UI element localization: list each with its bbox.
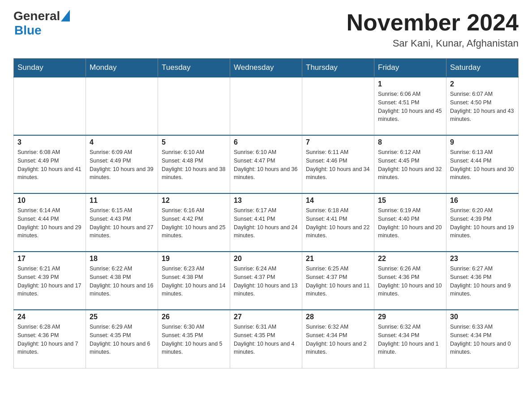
day-info: Sunrise: 6:20 AMSunset: 4:39 PMDaylight:…	[450, 206, 515, 240]
day-info: Sunrise: 6:22 AMSunset: 4:38 PMDaylight:…	[90, 265, 154, 298]
calendar-cell: 12Sunrise: 6:16 AMSunset: 4:42 PMDayligh…	[158, 193, 230, 252]
calendar-cell: 23Sunrise: 6:27 AMSunset: 4:36 PMDayligh…	[446, 252, 519, 310]
week-row-5: 24Sunrise: 6:28 AMSunset: 4:36 PMDayligh…	[14, 310, 519, 368]
logo-triangle-icon	[61, 10, 70, 21]
week-row-1: 1Sunrise: 6:06 AMSunset: 4:51 PMDaylight…	[14, 77, 519, 135]
day-number: 1	[378, 80, 442, 88]
day-number: 17	[17, 255, 82, 263]
week-row-3: 10Sunrise: 6:14 AMSunset: 4:44 PMDayligh…	[14, 193, 519, 252]
logo-general-text: General	[13, 9, 60, 23]
day-info: Sunrise: 6:19 AMSunset: 4:40 PMDaylight:…	[378, 206, 442, 240]
day-number: 27	[234, 313, 298, 321]
day-header-wednesday: Wednesday	[230, 59, 302, 77]
calendar-cell	[302, 77, 374, 135]
calendar-cell: 5Sunrise: 6:10 AMSunset: 4:48 PMDaylight…	[158, 135, 230, 193]
day-info: Sunrise: 6:16 AMSunset: 4:42 PMDaylight:…	[162, 206, 226, 240]
day-info: Sunrise: 6:13 AMSunset: 4:44 PMDaylight:…	[450, 148, 515, 182]
calendar-cell: 24Sunrise: 6:28 AMSunset: 4:36 PMDayligh…	[14, 310, 86, 368]
location-text: Sar Kani, Kunar, Afghanistan	[347, 38, 519, 49]
calendar-cell: 16Sunrise: 6:20 AMSunset: 4:39 PMDayligh…	[446, 193, 519, 252]
day-number: 8	[378, 138, 442, 146]
day-number: 14	[306, 197, 370, 205]
day-number: 5	[162, 138, 226, 146]
day-number: 30	[450, 313, 515, 321]
day-number: 15	[378, 197, 442, 205]
logo: General Blue	[13, 9, 70, 38]
day-info: Sunrise: 6:09 AMSunset: 4:49 PMDaylight:…	[90, 148, 154, 182]
calendar-header-row: SundayMondayTuesdayWednesdayThursdayFrid…	[14, 59, 519, 77]
day-number: 12	[162, 197, 226, 205]
calendar-cell: 22Sunrise: 6:26 AMSunset: 4:36 PMDayligh…	[374, 252, 446, 310]
day-info: Sunrise: 6:14 AMSunset: 4:44 PMDaylight:…	[17, 206, 82, 240]
calendar-cell: 14Sunrise: 6:18 AMSunset: 4:41 PMDayligh…	[302, 193, 374, 252]
calendar-cell: 10Sunrise: 6:14 AMSunset: 4:44 PMDayligh…	[14, 193, 86, 252]
day-number: 3	[17, 138, 82, 146]
day-header-tuesday: Tuesday	[158, 59, 230, 77]
day-info: Sunrise: 6:12 AMSunset: 4:45 PMDaylight:…	[378, 148, 442, 182]
day-number: 28	[306, 313, 370, 321]
calendar-table: SundayMondayTuesdayWednesdayThursdayFrid…	[13, 58, 519, 368]
day-number: 24	[17, 313, 82, 321]
day-number: 16	[450, 197, 515, 205]
calendar-cell: 3Sunrise: 6:08 AMSunset: 4:49 PMDaylight…	[14, 135, 86, 193]
calendar-cell	[230, 77, 302, 135]
day-info: Sunrise: 6:23 AMSunset: 4:38 PMDaylight:…	[162, 265, 226, 298]
calendar-cell: 26Sunrise: 6:30 AMSunset: 4:35 PMDayligh…	[158, 310, 230, 368]
page-header: General Blue November 2024 Sar Kani, Kun…	[13, 9, 519, 49]
day-number: 20	[234, 255, 298, 263]
day-info: Sunrise: 6:33 AMSunset: 4:34 PMDaylight:…	[450, 323, 515, 356]
day-info: Sunrise: 6:08 AMSunset: 4:49 PMDaylight:…	[17, 148, 82, 182]
day-number: 18	[90, 255, 154, 263]
day-info: Sunrise: 6:27 AMSunset: 4:36 PMDaylight:…	[450, 265, 515, 298]
svg-marker-0	[61, 10, 70, 21]
calendar-cell: 18Sunrise: 6:22 AMSunset: 4:38 PMDayligh…	[86, 252, 158, 310]
day-info: Sunrise: 6:30 AMSunset: 4:35 PMDaylight:…	[162, 323, 226, 356]
day-header-saturday: Saturday	[446, 59, 519, 77]
day-info: Sunrise: 6:18 AMSunset: 4:41 PMDaylight:…	[306, 206, 370, 240]
calendar-cell: 1Sunrise: 6:06 AMSunset: 4:51 PMDaylight…	[374, 77, 446, 135]
calendar-cell: 17Sunrise: 6:21 AMSunset: 4:39 PMDayligh…	[14, 252, 86, 310]
calendar-cell: 7Sunrise: 6:11 AMSunset: 4:46 PMDaylight…	[302, 135, 374, 193]
day-number: 7	[306, 138, 370, 146]
day-info: Sunrise: 6:25 AMSunset: 4:37 PMDaylight:…	[306, 265, 370, 298]
day-header-monday: Monday	[86, 59, 158, 77]
day-number: 11	[90, 197, 154, 205]
calendar-cell	[158, 77, 230, 135]
day-info: Sunrise: 6:17 AMSunset: 4:41 PMDaylight:…	[234, 206, 298, 240]
day-number: 26	[162, 313, 226, 321]
day-info: Sunrise: 6:10 AMSunset: 4:48 PMDaylight:…	[162, 148, 226, 182]
day-info: Sunrise: 6:32 AMSunset: 4:34 PMDaylight:…	[306, 323, 370, 356]
day-info: Sunrise: 6:15 AMSunset: 4:43 PMDaylight:…	[90, 206, 154, 240]
day-info: Sunrise: 6:11 AMSunset: 4:46 PMDaylight:…	[306, 148, 370, 182]
week-row-2: 3Sunrise: 6:08 AMSunset: 4:49 PMDaylight…	[14, 135, 519, 193]
day-info: Sunrise: 6:26 AMSunset: 4:36 PMDaylight:…	[378, 265, 442, 298]
day-number: 19	[162, 255, 226, 263]
title-block: November 2024 Sar Kani, Kunar, Afghanist…	[347, 9, 519, 49]
day-number: 21	[306, 255, 370, 263]
day-info: Sunrise: 6:07 AMSunset: 4:50 PMDaylight:…	[450, 90, 515, 124]
calendar-cell: 28Sunrise: 6:32 AMSunset: 4:34 PMDayligh…	[302, 310, 374, 368]
calendar-cell: 19Sunrise: 6:23 AMSunset: 4:38 PMDayligh…	[158, 252, 230, 310]
day-info: Sunrise: 6:24 AMSunset: 4:37 PMDaylight:…	[234, 265, 298, 298]
day-number: 13	[234, 197, 298, 205]
calendar-cell	[86, 77, 158, 135]
day-number: 10	[17, 197, 82, 205]
calendar-cell: 15Sunrise: 6:19 AMSunset: 4:40 PMDayligh…	[374, 193, 446, 252]
calendar-cell: 30Sunrise: 6:33 AMSunset: 4:34 PMDayligh…	[446, 310, 519, 368]
day-info: Sunrise: 6:06 AMSunset: 4:51 PMDaylight:…	[378, 90, 442, 124]
calendar-cell: 8Sunrise: 6:12 AMSunset: 4:45 PMDaylight…	[374, 135, 446, 193]
day-info: Sunrise: 6:32 AMSunset: 4:34 PMDaylight:…	[378, 323, 442, 356]
calendar-cell: 13Sunrise: 6:17 AMSunset: 4:41 PMDayligh…	[230, 193, 302, 252]
day-number: 25	[90, 313, 154, 321]
day-header-thursday: Thursday	[302, 59, 374, 77]
day-header-sunday: Sunday	[14, 59, 86, 77]
calendar-cell: 27Sunrise: 6:31 AMSunset: 4:35 PMDayligh…	[230, 310, 302, 368]
day-number: 6	[234, 138, 298, 146]
calendar-cell: 9Sunrise: 6:13 AMSunset: 4:44 PMDaylight…	[446, 135, 519, 193]
day-header-friday: Friday	[374, 59, 446, 77]
day-info: Sunrise: 6:21 AMSunset: 4:39 PMDaylight:…	[17, 265, 82, 298]
day-number: 22	[378, 255, 442, 263]
calendar-cell: 20Sunrise: 6:24 AMSunset: 4:37 PMDayligh…	[230, 252, 302, 310]
day-number: 9	[450, 138, 515, 146]
logo-blue-text: Blue	[14, 23, 70, 38]
